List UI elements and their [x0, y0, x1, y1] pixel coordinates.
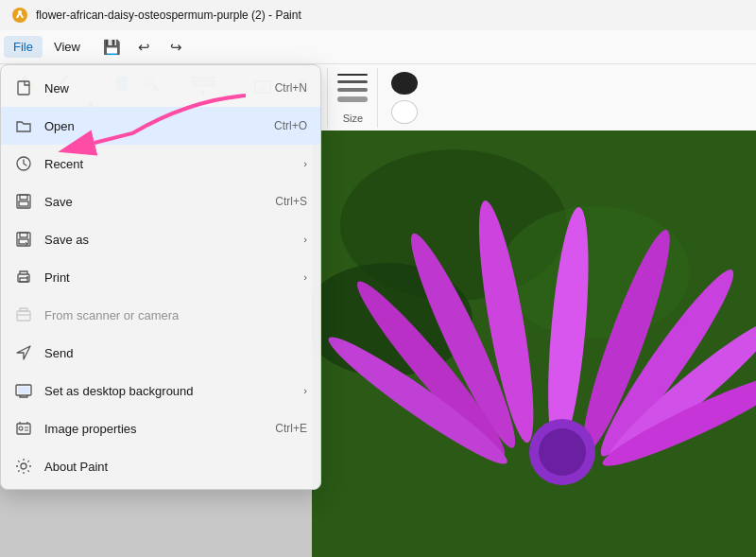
saveas-label: Save as: [44, 233, 288, 247]
paint-icon: [11, 7, 28, 24]
redo-button[interactable]: ↪: [163, 34, 190, 61]
image-props-icon: [14, 419, 33, 438]
canvas-image: [312, 131, 756, 557]
svg-rect-35: [18, 387, 29, 393]
file-dropdown-menu: New Ctrl+N Open Ctrl+O Recent › Save Ctr…: [0, 64, 321, 490]
menu-item-view[interactable]: View: [44, 36, 90, 58]
desktop-bg-arrow: ›: [303, 385, 307, 396]
new-label: New: [44, 81, 264, 96]
saveas-arrow: ›: [303, 234, 307, 245]
menu-new[interactable]: New Ctrl+N: [1, 69, 320, 107]
save-shortcut: Ctrl+S: [275, 195, 307, 208]
svg-rect-21: [18, 81, 29, 95]
color2-swatch[interactable]: [391, 100, 418, 124]
menu-send[interactable]: Send: [1, 334, 320, 372]
svg-rect-32: [17, 311, 30, 321]
color-swatches: [378, 68, 431, 128]
about-label: About Paint: [44, 460, 307, 474]
image-props-label: Image properties: [44, 422, 264, 436]
recent-arrow: ›: [303, 158, 307, 169]
menu-print[interactable]: Print ›: [1, 258, 320, 296]
print-icon: [14, 268, 33, 287]
send-icon: [14, 343, 33, 362]
size-label: Size: [343, 113, 363, 126]
open-label: Open: [44, 119, 263, 133]
open-shortcut: Ctrl+O: [274, 119, 307, 132]
menu-about[interactable]: About Paint: [1, 447, 320, 485]
save-as-icon: [14, 230, 33, 249]
svg-rect-30: [20, 278, 27, 282]
desktop-bg-label: Set as desktop background: [44, 384, 288, 398]
title-bar: flower-african-daisy-osteospermum-purple…: [0, 0, 756, 30]
svg-point-37: [19, 426, 23, 430]
svg-rect-24: [20, 195, 27, 200]
menu-save[interactable]: Save Ctrl+S: [1, 183, 320, 220]
menu-saveas[interactable]: Save as ›: [1, 220, 320, 258]
save-button[interactable]: 💾: [99, 34, 126, 61]
new-shortcut: Ctrl+N: [275, 81, 307, 95]
size-option-1[interactable]: [337, 74, 368, 76]
scanner-label: From scanner or camera: [44, 308, 307, 322]
svg-rect-33: [20, 308, 27, 311]
print-label: Print: [44, 270, 288, 285]
menu-item-file[interactable]: File: [4, 36, 43, 58]
quick-access-toolbar: 💾 ↩ ↪: [99, 34, 190, 61]
about-gear-icon: [14, 457, 33, 476]
color1-swatch[interactable]: [391, 72, 418, 95]
menu-open[interactable]: Open Ctrl+O: [1, 107, 320, 145]
save-label: Save: [44, 195, 264, 209]
size-option-4[interactable]: [337, 96, 368, 102]
send-label: Send: [44, 346, 307, 360]
save-disk-icon: [14, 192, 33, 211]
new-doc-icon: [14, 78, 33, 97]
svg-rect-25: [19, 201, 28, 206]
size-option-3[interactable]: [337, 88, 368, 92]
svg-point-38: [21, 463, 26, 469]
svg-point-20: [539, 428, 586, 476]
menu-bar: File View 💾 ↩ ↪: [0, 30, 756, 64]
size-group: Size: [328, 68, 378, 128]
recent-clock-icon: [14, 154, 33, 173]
menu-recent[interactable]: Recent ›: [1, 145, 320, 183]
size-option-2[interactable]: [337, 80, 368, 83]
print-arrow: ›: [303, 271, 307, 283]
scanner-icon: [14, 305, 33, 324]
recent-label: Recent: [44, 157, 288, 171]
flower-svg: [312, 131, 756, 557]
svg-point-31: [26, 276, 28, 278]
window-title: flower-african-daisy-osteospermum-purple…: [36, 9, 301, 22]
desktop-bg-icon: [14, 381, 33, 400]
menu-scanner: From scanner or camera: [1, 296, 320, 334]
svg-point-1: [18, 10, 22, 14]
menu-desktop-bg[interactable]: Set as desktop background ›: [1, 372, 320, 409]
svg-rect-27: [20, 233, 27, 237]
image-props-shortcut: Ctrl+E: [275, 422, 307, 435]
menu-image-props[interactable]: Image properties Ctrl+E: [1, 409, 320, 447]
undo-button[interactable]: ↩: [131, 34, 158, 61]
open-folder-icon: [14, 116, 33, 135]
